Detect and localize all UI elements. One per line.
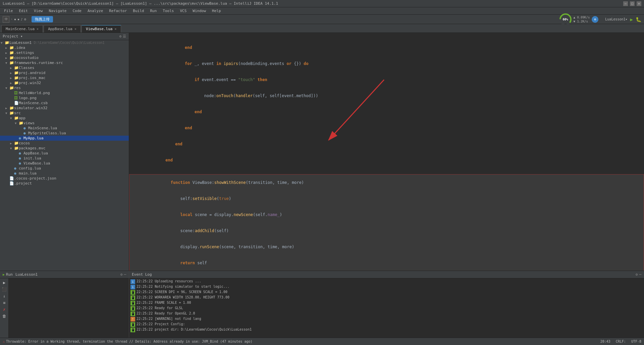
run-icon: ▶ (3, 273, 5, 276)
menu-item-refactor[interactable]: Refactor (106, 8, 129, 14)
event-log-minimize-icon[interactable]: ─ (639, 272, 641, 277)
menu-item-analyze[interactable]: Analyze (85, 8, 106, 14)
tree-helloworld[interactable]: 🖼 HelloWorld.png (0, 90, 129, 95)
tree-views[interactable]: ▼ 📁 views (0, 121, 129, 126)
tree-appbase-lua[interactable]: ● AppBase.lua (0, 151, 129, 156)
encoding: UTF-8 (631, 340, 641, 343)
code-line (129, 34, 644, 40)
run-filter-btn[interactable]: ≡ (1, 300, 7, 306)
run-minimize-icon[interactable]: ─ (124, 272, 126, 277)
tree-myapp[interactable]: ● MyApp.lua (0, 136, 129, 141)
tree-mainscene-csb[interactable]: 📄 MainScene.csb (0, 100, 129, 106)
menu-item-view[interactable]: View (31, 8, 46, 14)
tree-proj-ios[interactable]: ▶ 📁 proj.ios_mac (0, 75, 129, 80)
network-icon: ⊕ (592, 16, 598, 23)
run-project-label: LuaLesson1 (15, 272, 38, 277)
menu-item-tools[interactable]: Tools (160, 8, 176, 14)
tree-viewbase-lua[interactable]: ● ViewBase.lua (0, 161, 129, 166)
tab-mainscene[interactable]: MainScene.lua × (1, 25, 43, 32)
run-button[interactable]: ▶ (630, 17, 633, 22)
tree-init-lua[interactable]: ● init.lua (0, 156, 129, 161)
tree-myapp-label: MyApp.lua (23, 136, 44, 140)
close-button[interactable]: ✕ (637, 1, 641, 6)
tab-appbase[interactable]: AppBase.lua × (44, 25, 81, 32)
menu-item-vcs[interactable]: VCS (177, 8, 189, 14)
run-close-btn[interactable]: ✗ (1, 306, 7, 313)
tree-simulator[interactable]: ▶ 📁 simulator.win32 (0, 106, 129, 111)
tree-mysprite[interactable]: ● MySpriteClass.lua (0, 131, 129, 136)
menu-item-build[interactable]: Build (130, 8, 147, 14)
run-settings-icon[interactable]: ⚙ (120, 272, 123, 277)
menu-item-window[interactable]: Window (190, 8, 209, 14)
run-start-btn[interactable]: ▶ (1, 280, 7, 286)
tree-config-lua[interactable]: ● config.lua (0, 166, 129, 171)
cpu-indicator: 60% (559, 13, 572, 25)
tree-mainscene-lua[interactable]: ● MainScene.lua (0, 126, 129, 131)
menu-item-code[interactable]: Code (70, 8, 84, 14)
debug-button[interactable]: 🐛 (636, 17, 641, 22)
maximize-button[interactable]: □ (630, 1, 635, 6)
tab-mainscene-close[interactable]: × (37, 27, 39, 31)
tab-viewbase-close[interactable]: × (115, 27, 117, 31)
tree-cpj-icon: 📄 (9, 176, 14, 181)
tree-android-arrow: ▶ (10, 71, 14, 75)
tree-settings-arrow: ▶ (5, 51, 9, 55)
tree-src[interactable]: ▼ 📁 src (0, 111, 129, 116)
run-trash-btn[interactable]: 🗑 (1, 313, 7, 319)
tree-cocos[interactable]: ▶ 📁 cocos (0, 141, 129, 146)
tree-idea[interactable]: ▶ 📁 .idea (0, 45, 129, 50)
run-config-label[interactable]: LuaLesson1▾ (605, 17, 627, 21)
tree-cocosstudio-arrow: ▶ (5, 56, 9, 60)
code-line: function ViewBase:showWithScene(transiti… (129, 175, 644, 191)
run-scroll-btn[interactable]: ↓ (1, 293, 7, 299)
main-layout: Project ▾ ⚙ ☰ ▼ 📁 LuaLesson1 D:\LearnGam… (0, 33, 644, 271)
code-editor[interactable]: end for _, event in ipairs(nodeBinding.e… (129, 33, 644, 271)
log-entry-icon: ! (130, 317, 135, 322)
tree-settings[interactable]: ▶ 📁 .settings (0, 50, 129, 55)
tree-proj-android[interactable]: ▶ 📁 proj.android (0, 70, 129, 75)
run-tab[interactable]: ▶ Run LuaLesson1 (3, 272, 38, 277)
menu-item-help[interactable]: Help (209, 8, 224, 14)
upload-button[interactable]: 拖拽上传 (32, 16, 53, 22)
event-log-settings-icon[interactable]: ⚙ (636, 272, 638, 277)
event-log-tab-label[interactable]: Event Log (132, 272, 152, 277)
tab-appbase-close[interactable]: × (74, 27, 76, 31)
menu-item-edit[interactable]: Edit (16, 8, 31, 14)
tree-sim-label: simulator.win32 (14, 106, 47, 110)
menu-item-run[interactable]: Run (147, 8, 159, 14)
tree-logo[interactable]: 🖼 logo.png (0, 95, 129, 100)
log-entry: 📱22:25:22 project dir: D:\LearnGame\Coco… (129, 327, 644, 333)
tree-res[interactable]: ▼ 📁 res (0, 85, 129, 90)
tree-init-label: init.lua (23, 156, 41, 160)
tree-root-arrow: ▼ (1, 41, 5, 45)
event-log-panel: Event Log ⚙ ─ i22:25:22 Uploading resour… (129, 271, 644, 338)
tree-cocos-proj-json[interactable]: 📄 .cocos-project.json (0, 176, 129, 181)
editor-area[interactable]: end for _, event in ipairs(nodeBinding.e… (129, 33, 644, 271)
sidebar-collapse-icon[interactable]: ☰ (123, 34, 126, 39)
run-panel-controls: ⚙ ─ (120, 272, 126, 277)
menu-item-navigate[interactable]: Navigate (46, 8, 69, 14)
log-entry-text: 22:25:22 Ready for OpenGL 2.0 (137, 312, 195, 315)
minimize-button[interactable]: – (623, 1, 628, 6)
tree-root[interactable]: ▼ 📁 LuaLesson1 D:\LearnGame\Cocos\Quick\… (0, 40, 129, 45)
tree-frameworks[interactable]: ▼ 📁 frameworks.runtime-src (0, 60, 129, 65)
sidebar-settings-icon[interactable]: ⚙ (119, 34, 121, 39)
tree-app[interactable]: ▼ 📁 app (0, 116, 129, 121)
tree-cocosstudio[interactable]: ▶ 📁 cocosstudio (0, 55, 129, 60)
tree-idea-arrow: ▶ (5, 46, 9, 50)
tree-main-lua[interactable]: ● main.lua (0, 171, 129, 176)
run-stop-btn[interactable]: ⬛ (1, 286, 7, 292)
tree-project-file[interactable]: 📄 .project (0, 181, 129, 186)
tree-idea-icon: 📁 (9, 46, 14, 50)
tree-cocosstudio-label: cocosstudio (14, 56, 39, 60)
tree-sim-arrow: ▶ (5, 107, 9, 110)
tree-proj-win32[interactable]: ▶ 📁 proj.win32 (0, 80, 129, 85)
tree-packages-mvc[interactable]: ▼ 📁 packages.mvc (0, 146, 129, 151)
menu-item-file[interactable]: File (1, 8, 16, 14)
project-dropdown[interactable]: Project ▾ (3, 34, 23, 39)
tree-res-arrow: ▼ (5, 86, 9, 90)
tree-classes[interactable]: ▶ 📁 Classes (0, 65, 129, 70)
window-controls[interactable]: – □ ✕ (623, 1, 641, 6)
log-entry-text: 22:25:22 SCREEN DPI = 96, SCREEN SCALE =… (137, 290, 227, 294)
tab-viewbase[interactable]: ViewBase.lua × (82, 25, 121, 32)
